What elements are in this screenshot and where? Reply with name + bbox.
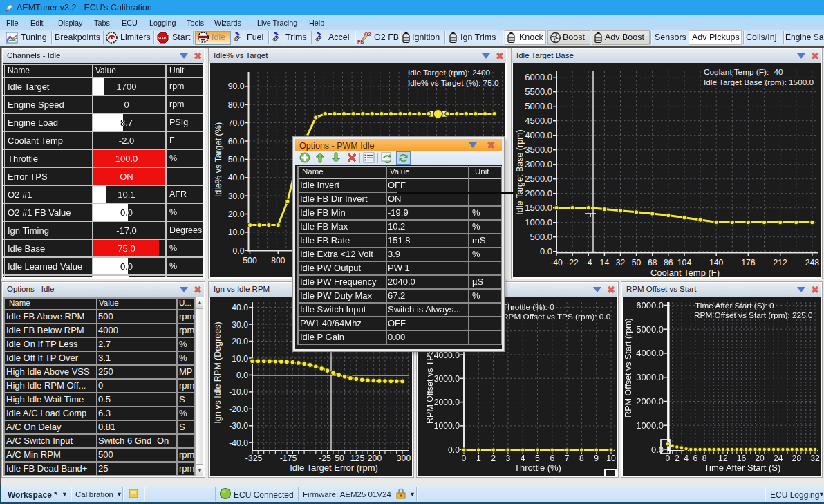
svg-text:3: 3 [506,454,511,463]
svg-text:20: 20 [755,454,765,463]
svg-text:800: 800 [271,256,285,265]
svg-text:32: 32 [616,258,626,268]
svg-text:4500.0: 4500.0 [525,115,552,126]
svg-text:Coolant Temp (F): Coolant Temp (F) [650,268,720,278]
svg-text:60.0: 60.0 [228,137,245,147]
svg-text:2000.0: 2000.0 [636,396,664,407]
svg-text:80.0: 80.0 [228,100,245,110]
svg-text:176: 176 [741,258,756,268]
svg-text:30.0: 30.0 [232,320,248,330]
svg-text:1000.0: 1000.0 [636,420,664,431]
svg-text:10.0: 10.0 [228,227,245,237]
svg-text:-325: -325 [245,454,263,463]
svg-text:-175: -175 [280,454,297,463]
svg-text:0.0: 0.0 [540,246,552,256]
svg-text:Throttle (%): Throttle (%) [514,463,561,473]
svg-text:5500.0: 5500.0 [525,86,552,97]
svg-text:50.0: 50.0 [228,155,245,165]
svg-text:1: 1 [476,454,481,463]
svg-text:3000.0: 3000.0 [636,372,664,382]
svg-text:5000.0: 5000.0 [636,324,664,335]
svg-text:2000.0: 2000.0 [525,188,552,198]
svg-text:START: START [158,37,168,40]
svg-text:0.0: 0.0 [448,445,460,455]
svg-text:8: 8 [579,454,584,463]
svg-text:Idle% vs Target (%): 75.0: Idle% vs Target (%): 75.0 [408,78,499,88]
svg-text:Throttle (%): 0: Throttle (%): 0 [503,302,554,312]
svg-text:2: 2 [491,454,496,463]
svg-text:Time After Start (S): Time After Start (S) [704,463,781,473]
svg-text:32: 32 [810,454,820,463]
svg-text:-40.0: -40.0 [229,438,248,448]
svg-text:4000.0: 4000.0 [636,348,664,358]
svg-text:14: 14 [600,258,610,268]
svg-text:90.0: 90.0 [228,82,245,91]
svg-text:-10.0: -10.0 [229,387,248,397]
svg-text:2500.0: 2500.0 [525,174,552,184]
svg-text:24: 24 [774,454,783,463]
svg-text:140: 140 [709,258,724,268]
svg-text:6000.0: 6000.0 [636,300,664,310]
svg-text:40.0: 40.0 [232,303,248,312]
svg-text:1000.0: 1000.0 [434,421,460,431]
svg-text:10: 10 [606,454,616,463]
svg-text:16: 16 [737,454,747,463]
svg-text:3000.0: 3000.0 [525,159,552,169]
svg-text:Time After Start (S): 0: Time After Start (S): 0 [695,301,774,310]
svg-text:30.0: 30.0 [228,192,245,201]
svg-text:2: 2 [675,454,680,463]
svg-text:Idle Target (rpm): 2400: Idle Target (rpm): 2400 [408,68,491,77]
svg-text:2000.0: 2000.0 [434,398,460,407]
svg-text:RPM Offset vs TPS (rpm): 0.0: RPM Offset vs TPS (rpm): 0.0 [503,312,611,321]
svg-text:9: 9 [594,454,599,463]
svg-text:20.0: 20.0 [232,337,248,346]
svg-text:4000.0: 4000.0 [434,351,460,360]
svg-text:300: 300 [397,454,411,463]
svg-text:3500.0: 3500.0 [525,144,552,155]
svg-text:Idle Target Error (rpm): Idle Target Error (rpm) [290,463,378,473]
svg-text:104: 104 [677,258,692,268]
svg-text:6000.0: 6000.0 [525,72,552,82]
svg-text:0.0: 0.0 [233,246,245,256]
svg-text:86: 86 [664,258,673,268]
svg-text:5000.0: 5000.0 [525,101,552,111]
svg-text:4: 4 [521,454,525,463]
svg-text:7: 7 [565,454,570,463]
svg-text:70.0: 70.0 [228,118,245,128]
svg-text:-20.0: -20.0 [229,404,248,414]
svg-text:-22: -22 [566,258,579,268]
svg-text:1500.0: 1500.0 [525,203,552,213]
svg-text:10.0: 10.0 [232,354,248,364]
svg-text:20.0: 20.0 [228,209,245,219]
svg-text:4: 4 [684,454,689,463]
svg-text:5: 5 [535,454,540,463]
svg-text:500: 500 [243,256,257,265]
svg-text:-25: -25 [319,454,331,463]
svg-text:3000.0: 3000.0 [434,374,460,384]
svg-text:248: 248 [805,258,820,268]
svg-text:Idle Target Base (rpm): 1500.0: Idle Target Base (rpm): 1500.0 [704,77,814,87]
svg-text:0: 0 [462,454,467,463]
svg-text:RPM Offset vs Start (rpm): 225: RPM Offset vs Start (rpm): 225.0 [694,310,813,320]
svg-text:Coolant Temp (F): -40: Coolant Temp (F): -40 [704,67,783,77]
svg-text:68: 68 [648,258,657,268]
svg-text:-40: -40 [550,258,563,268]
svg-text:0: 0 [666,454,671,463]
svg-text:12: 12 [718,454,728,463]
svg-text:50: 50 [632,258,642,268]
svg-text:4000.0: 4000.0 [525,130,552,140]
svg-text:212: 212 [774,258,788,268]
svg-text:28: 28 [792,454,802,463]
svg-text:6: 6 [693,454,698,463]
svg-text:40.0: 40.0 [228,173,245,183]
svg-text:-30.0: -30.0 [229,421,248,431]
svg-text:-4: -4 [585,258,592,268]
svg-text:6: 6 [550,454,554,463]
svg-text:1000.0: 1000.0 [525,217,552,227]
svg-text:500.0: 500.0 [530,232,552,242]
svg-text:125: 125 [350,454,365,463]
svg-text:8: 8 [702,454,707,463]
svg-text:0.0: 0.0 [236,371,248,380]
svg-text:50: 50 [335,454,344,463]
svg-text:200: 200 [368,454,382,463]
